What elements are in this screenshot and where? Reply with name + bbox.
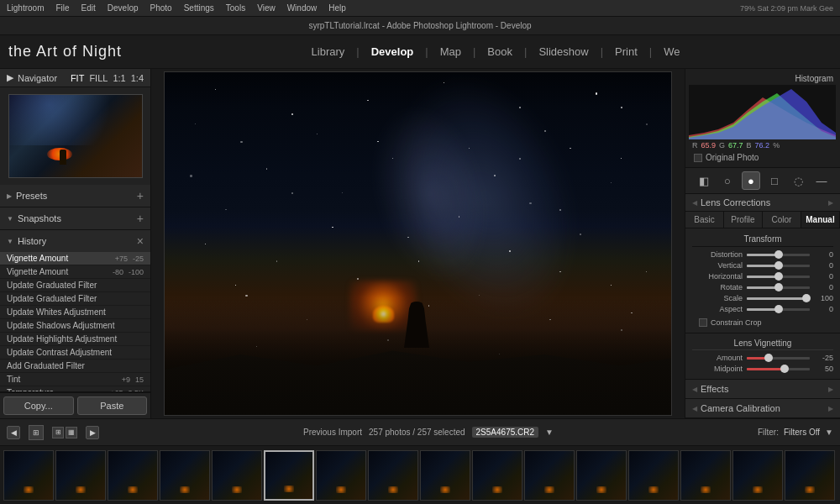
filmstrip-thumbnail[interactable] [732,450,783,501]
menu-develop[interactable]: Develop [108,3,139,13]
filmstrip-thumbnail[interactable] [264,450,314,501]
filmstrip-thumbnail[interactable] [368,450,418,501]
history-header[interactable]: ▼ History × [0,230,150,252]
menu-help[interactable]: Help [328,3,346,13]
filmstrip-thumbnail[interactable] [108,450,158,501]
filmstrip-thumbnail[interactable] [55,450,106,501]
menu-window[interactable]: Window [287,3,318,13]
nav-book[interactable]: Book [480,44,519,60]
tab-profile[interactable]: Profile [724,212,763,228]
nav-prev-button[interactable]: ◀ [7,426,20,439]
filmstrip-thumbnail[interactable] [576,450,627,501]
nav-slideshow[interactable]: Slideshow [532,44,595,60]
history-item[interactable]: Add Graduated Filter [0,360,150,373]
slider-track[interactable] [747,308,810,311]
paste-button[interactable]: Paste [77,396,148,415]
constrain-crop[interactable]: Constrain Crop [692,316,833,329]
dropdown-arrow-icon[interactable]: ▼ [545,428,554,437]
menu-lightroom[interactable]: Lightroom [7,3,44,13]
zoom-fit[interactable]: FIT [71,73,85,83]
view-loupe[interactable]: ▦ [66,427,77,438]
lens-corrections-header[interactable]: ◀ Lens Corrections ▶ [685,194,840,212]
tab-basic[interactable]: Basic [685,212,724,228]
history-item[interactable]: Update Graduated Filter [0,279,150,292]
tab-color[interactable]: Color [763,212,801,228]
slider-thumb[interactable] [774,283,783,291]
view-grid[interactable]: ⊞ [52,427,64,438]
history-item[interactable]: Update Whites Adjustment [0,306,150,319]
filmstrip-thumbnail[interactable] [472,450,522,501]
zoom-1to1[interactable]: 1:1 [113,73,125,83]
filmstrip-thumbnail[interactable] [420,450,470,501]
tool-radial[interactable]: ◌ [789,171,807,190]
copy-button[interactable]: Copy... [3,396,74,415]
grid-view-button[interactable]: ⊞ [29,425,44,440]
filmstrip-thumbnail[interactable] [680,450,731,501]
nav-develop[interactable]: Develop [365,44,421,60]
snapshots-add-button[interactable]: + [137,212,144,225]
nav-map[interactable]: Map [433,44,468,60]
filmstrip-thumbnail[interactable] [628,450,679,501]
filmstrip-thumbnail[interactable] [785,450,835,501]
zoom-fill[interactable]: FILL [89,73,108,83]
slider-track[interactable] [747,286,810,289]
slider-track[interactable] [747,357,810,360]
menu-edit[interactable]: Edit [81,3,96,13]
menu-photo[interactable]: Photo [150,3,172,13]
presets-add-button[interactable]: + [137,189,144,202]
slider-track[interactable] [747,276,810,278]
nav-we[interactable]: We [657,44,686,60]
filmstrip-thumbnail[interactable] [524,450,575,501]
snapshots-header[interactable]: ▼ Snapshots + [0,207,150,229]
slider-track[interactable] [747,254,810,256]
tool-spot[interactable]: ○ [718,171,737,190]
slider-label: Amount [692,354,747,362]
tool-crop[interactable]: ◧ [695,171,713,190]
filter-dropdown-icon[interactable]: ▼ [825,428,833,437]
history-clear-button[interactable]: × [137,234,144,248]
navigator-thumbnail[interactable] [8,94,143,178]
nav-library[interactable]: Library [305,44,352,60]
presets-header[interactable]: ▶ Presets + [0,185,150,207]
constrain-crop-checkbox[interactable] [699,318,707,327]
slider-thumb[interactable] [774,261,783,270]
effects-section[interactable]: ◀ Effects ▶ [685,380,840,399]
slider-track[interactable] [747,265,810,267]
original-photo-checkbox[interactable]: Original Photo [689,151,837,164]
filmstrip-thumbnail[interactable] [3,450,54,501]
history-item[interactable]: Vignette Amount -80 -100 [0,265,150,279]
tool-graduated[interactable]: □ [765,171,784,190]
menu-view[interactable]: View [257,3,276,13]
tool-adjustment[interactable]: — [812,171,831,190]
slider-thumb[interactable] [774,305,783,313]
history-item[interactable]: Update Contrast Adjustment [0,346,150,360]
menu-file[interactable]: File [55,3,69,13]
thumbnail-glow [753,486,763,493]
slider-track[interactable] [747,368,810,370]
zoom-1to4[interactable]: 1:4 [131,73,144,83]
filmstrip-thumbnail[interactable] [316,450,366,501]
history-item[interactable]: Tint +9 15 [0,373,150,386]
filmstrip-thumbnail[interactable] [212,450,262,501]
slider-thumb[interactable] [780,365,789,373]
camera-calibration-section[interactable]: ◀ Camera Calibration ▶ [685,399,840,418]
history-item[interactable]: Update Highlights Adjustment [0,333,150,346]
menu-settings[interactable]: Settings [184,3,214,13]
history-item[interactable]: Update Shadows Adjustment [0,319,150,333]
history-list[interactable]: Vignette Amount +75 -25 Vignette Amount … [0,252,150,391]
slider-thumb[interactable] [802,294,811,302]
nav-next-button[interactable]: ▶ [86,426,99,439]
history-item[interactable]: Vignette Amount +75 -25 [0,252,150,265]
history-item[interactable]: Temperature +65 3.5K [0,386,150,391]
history-item[interactable]: Update Graduated Filter [0,292,150,306]
tool-redeye[interactable]: ● [742,171,760,190]
panel-bottom: Copy... Paste [0,392,150,418]
nav-print[interactable]: Print [608,44,644,60]
tab-manual[interactable]: Manual [801,212,840,228]
menu-tools[interactable]: Tools [226,3,245,13]
slider-track[interactable] [747,297,810,300]
slider-thumb[interactable] [764,354,773,362]
slider-thumb[interactable] [774,250,783,259]
filmstrip-thumbnail[interactable] [160,450,210,501]
slider-thumb[interactable] [774,272,783,281]
